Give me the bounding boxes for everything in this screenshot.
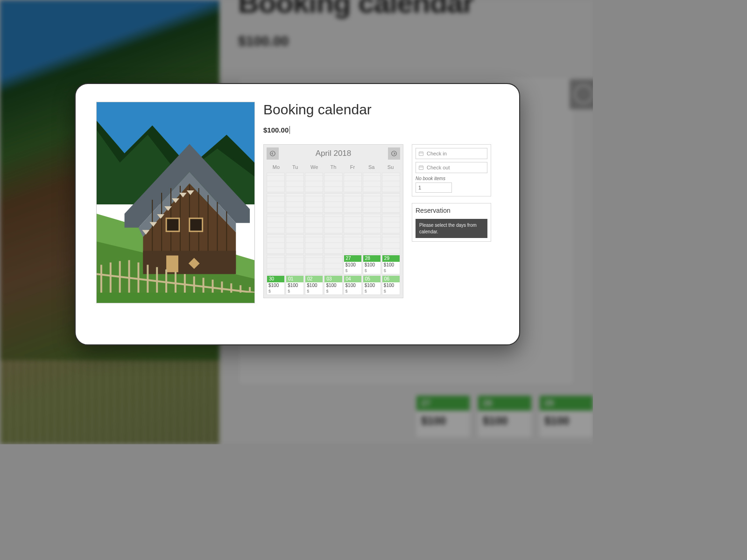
bg-avail-row: 27$100 28$100 29$100 [416,396,593,437]
calendar-day-available[interactable]: 01$100$ [286,275,304,295]
calendar-day-number: 06 [382,276,400,282]
modal-main: Booking calendar $100.00 April 2018 MoTu… [263,102,499,330]
calendar-day-number: 03 [324,276,342,282]
calendar-day-currency: $ [384,289,386,294]
calendar-day-available[interactable]: 27$100$ [344,255,362,274]
calendar-day-number: 04 [344,276,361,282]
calendar-weekday: Mo [267,164,286,170]
nobook-items-label: No book items [416,176,487,181]
calendar-day-disabled [344,193,362,213]
calendar-day-available[interactable]: 06$100$ [382,275,400,295]
listing-image [96,102,255,303]
bg-cal-cell: 28$100 [478,396,531,437]
calendar-day-available[interactable]: 04$100$ [344,275,362,295]
calendar-next-button[interactable] [388,147,400,160]
calendar-day-disabled [324,193,342,213]
calendar-grid: 27$100$28$100$29$100$30$100$01$100$02$10… [267,173,400,295]
calendar-day-disabled [382,173,400,192]
calendar-day-disabled [344,214,362,233]
calendar-day-disabled [305,173,323,192]
reservation-panel: Reservation Please select the days from … [412,203,491,242]
calendar-day-price: $100 [384,262,394,267]
checkin-input[interactable]: Check in [416,148,487,159]
calendar-day-price: $100 [365,283,375,288]
calendar-day-available[interactable]: 28$100$ [363,255,381,274]
calendar-day-number: 02 [305,276,323,282]
calendar-day-available[interactable]: 03$100$ [324,275,342,295]
calendar-day-disabled [382,214,400,233]
checkout-placeholder: Check out [427,165,450,170]
bg-info-button [570,79,593,109]
listing-title: Booking calendar [263,102,499,118]
calendar-day-disabled [305,255,323,274]
bg-price: $100.00 [238,33,574,49]
calendar-day-disabled [363,234,381,254]
calendar-day-disabled [324,214,342,233]
calendar-weekday: Su [381,164,400,170]
calendar-day-number: 27 [344,255,361,262]
calendar-day-disabled [267,193,285,213]
listing-price: $100.00 [263,126,290,134]
calendar-weekday-row: MoTuWeThFrSaSu [267,162,400,173]
calendar-day-available[interactable]: 05$100$ [363,275,381,295]
calendar-day-currency: $ [384,268,386,273]
calendar-day-disabled [305,193,323,213]
calendar-day-currency: $ [345,268,348,273]
calendar-day-number: 05 [363,276,381,282]
calendar-day-disabled [324,234,342,254]
calendar-day-disabled [267,234,285,254]
calendar-day-disabled [363,193,381,213]
calendar-day-price: $100 [365,262,375,267]
calendar-day-disabled [363,173,381,192]
nobook-items-input[interactable] [416,182,452,193]
calendar-day-disabled [305,234,323,254]
calendar-day-available[interactable]: 30$100$ [267,275,285,295]
calendar-day-number: 01 [286,276,303,282]
calendar-day-price: $100 [345,283,356,288]
calendar-day-price: $100 [268,283,279,288]
calendar-day-disabled [267,255,285,274]
calendar-icon [418,151,424,156]
calendar: April 2018 MoTuWeThFrSaSu 27$100$28$100$… [263,144,403,298]
bg-cal-cell: 27$100 [416,396,470,437]
svg-point-48 [270,151,275,156]
calendar-day-disabled [286,255,304,274]
checkin-placeholder: Check in [427,151,447,156]
reservation-message: Please select the days from calendar. [416,219,487,238]
calendar-day-number: 29 [382,255,400,262]
calendar-prev-button[interactable] [267,147,279,160]
calendar-day-disabled [286,193,304,213]
chevron-right-icon [391,150,397,157]
calendar-day-available[interactable]: 29$100$ [382,255,400,274]
calendar-day-price: $100 [326,283,336,288]
calendar-day-currency: $ [288,289,290,294]
svg-rect-19 [190,218,203,231]
calendar-day-disabled [286,173,304,192]
calendar-day-price: $100 [345,262,356,267]
calendar-day-price: $100 [307,283,317,288]
calendar-day-available[interactable]: 02$100$ [305,275,323,295]
calendar-day-disabled [267,214,285,233]
calendar-weekday: We [305,164,324,170]
calendar-day-disabled [324,173,342,192]
calendar-weekday: Th [324,164,343,170]
calendar-day-disabled [382,234,400,254]
calendar-weekday: Sa [362,164,381,170]
calendar-weekday: Fr [343,164,362,170]
svg-rect-54 [419,166,423,170]
calendar-day-disabled [363,214,381,233]
booking-form-panel: Check in Check out No book items [412,144,491,196]
svg-rect-20 [166,255,178,272]
svg-rect-18 [166,218,179,231]
calendar-weekday: Tu [286,164,305,170]
calendar-day-disabled [267,173,285,192]
booking-modal: Booking calendar $100.00 April 2018 MoTu… [75,83,520,345]
calendar-day-disabled [344,234,362,254]
calendar-icon [418,165,424,170]
calendar-day-number: 28 [363,255,381,262]
calendar-day-price: $100 [384,283,394,288]
calendar-day-currency: $ [307,289,309,294]
calendar-day-currency: $ [268,289,271,294]
calendar-day-disabled [286,214,304,233]
checkout-input[interactable]: Check out [416,162,487,173]
